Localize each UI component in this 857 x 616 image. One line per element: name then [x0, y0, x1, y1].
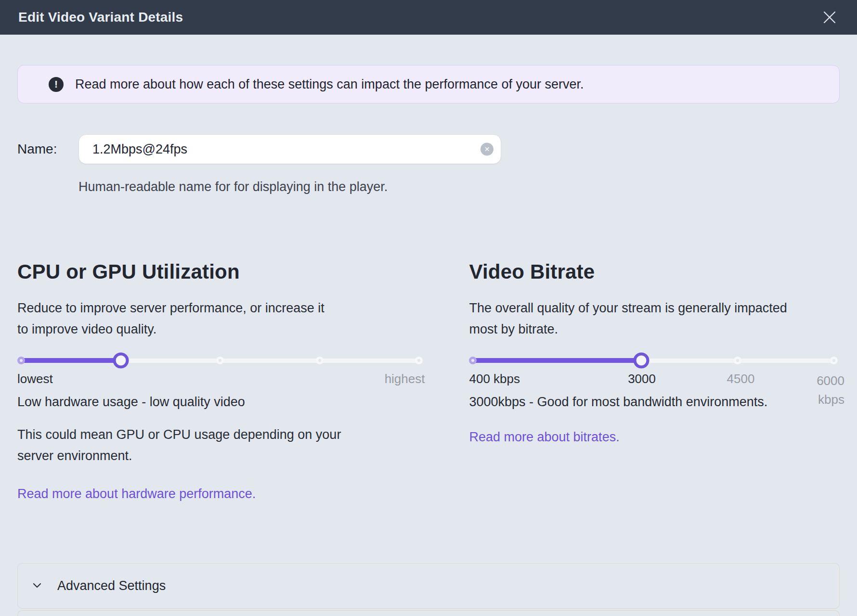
name-input[interactable] — [78, 134, 501, 164]
chevron-down-icon — [31, 579, 43, 593]
cpu-slider-tick[interactable] — [415, 357, 423, 364]
clear-input-icon[interactable]: ✕ — [480, 143, 493, 156]
name-input-wrap: ✕ — [78, 134, 501, 164]
bitrate-slider-tick[interactable] — [734, 357, 741, 364]
cpu-slider-tick[interactable] — [216, 357, 224, 364]
alert-text: Read more about how each of these settin… — [75, 77, 584, 92]
bitrate-label-4500: 4500 — [727, 372, 755, 386]
exclamation-circle-icon: ! — [49, 77, 64, 92]
cpu-section-title: CPU or GPU Utilization — [17, 261, 425, 283]
performance-alert: ! Read more about how each of these sett… — [17, 65, 840, 103]
bitrate-slider-labels: 400 kbps 3000 4500 6000 kbps — [469, 372, 840, 391]
hardware-performance-link[interactable]: Read more about hardware performance. — [17, 487, 256, 501]
bitrate-label-6000: 6000 kbps — [798, 372, 844, 409]
cpu-slider[interactable] — [21, 352, 419, 369]
bitrate-slider-handle[interactable] — [633, 353, 649, 369]
bitrate-slider[interactable] — [473, 352, 834, 369]
cpu-slider-label-highest: highest — [385, 372, 425, 391]
close-button[interactable] — [820, 8, 839, 26]
bitrate-status-text: 3000kbps - Good for most bandwidth envir… — [469, 395, 840, 410]
settings-columns: CPU or GPU Utilization Reduce to improve… — [0, 261, 857, 501]
cpu-utilization-section: CPU or GPU Utilization Reduce to improve… — [17, 261, 425, 501]
cpu-section-description: Reduce to improve server performance, or… — [17, 297, 338, 340]
bitrate-label-400: 400 kbps — [469, 372, 520, 386]
cpu-slider-handle[interactable] — [113, 353, 129, 369]
next-section-panel — [17, 610, 840, 616]
cpu-slider-label-lowest: lowest — [17, 372, 53, 391]
cpu-slider-tick[interactable] — [17, 357, 25, 364]
cpu-status-text: Low hardware usage - low quality video — [17, 395, 425, 410]
bitrate-section-description: The overall quality of your stream is ge… — [469, 297, 789, 340]
name-label: Name: — [17, 141, 78, 157]
name-help-text: Human-readable name for for displaying i… — [78, 180, 840, 194]
cpu-slider-fill — [21, 358, 121, 363]
bitrate-slider-tick[interactable] — [469, 357, 477, 364]
advanced-settings-panel: Advanced Settings — [17, 563, 840, 609]
bitrate-section-title: Video Bitrate — [469, 261, 840, 283]
bitrate-slider-tick[interactable] — [830, 357, 838, 364]
name-field-row: Name: ✕ — [17, 134, 840, 164]
modal-header: Edit Video Variant Details — [0, 0, 857, 35]
cpu-note-text: This could mean GPU or CPU usage dependi… — [17, 424, 354, 466]
cpu-slider-labels: lowest highest — [17, 372, 425, 391]
modal-title: Edit Video Variant Details — [18, 10, 183, 25]
close-icon — [822, 19, 837, 26]
bitrate-slider-fill — [473, 358, 641, 363]
video-bitrate-section: Video Bitrate The overall quality of you… — [469, 261, 840, 501]
cpu-slider-tick[interactable] — [316, 357, 324, 364]
advanced-settings-label: Advanced Settings — [57, 578, 166, 593]
advanced-settings-toggle[interactable]: Advanced Settings — [18, 564, 839, 608]
bitrates-link[interactable]: Read more about bitrates. — [469, 430, 619, 445]
bitrate-label-3000: 3000 — [628, 372, 656, 386]
